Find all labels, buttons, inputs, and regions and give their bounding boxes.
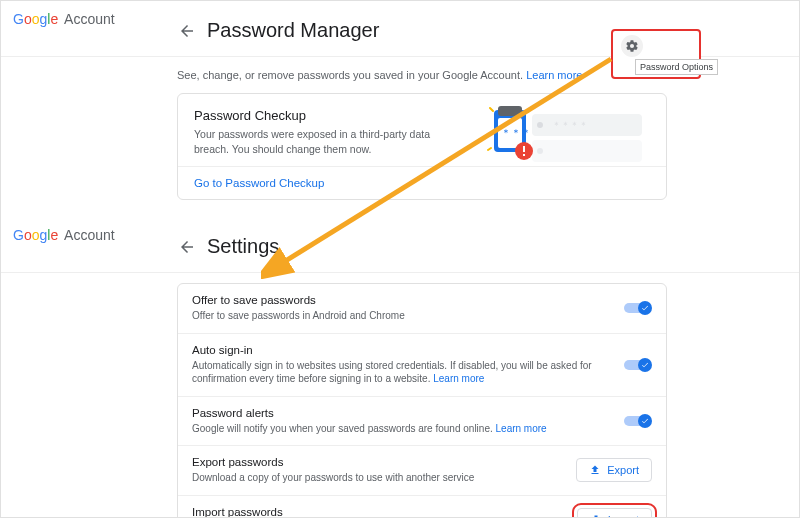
- pm-subtext: See, change, or remove passwords you sav…: [177, 69, 667, 81]
- svg-rect-10: [523, 146, 525, 152]
- upload-icon: [589, 464, 601, 476]
- row-desc: Offer to save passwords in Android and C…: [192, 309, 610, 323]
- row-import: Import passwords To import passwords to …: [178, 495, 666, 519]
- row-offer-save: Offer to save passwords Offer to save pa…: [178, 284, 666, 333]
- svg-point-4: [537, 148, 543, 154]
- toggle-offer-save[interactable]: [622, 301, 652, 315]
- row-title: Auto sign-in: [192, 344, 610, 356]
- back-arrow-icon[interactable]: [177, 237, 197, 257]
- toggle-password-alerts[interactable]: [622, 414, 652, 428]
- export-button[interactable]: Export: [576, 458, 652, 482]
- svg-text:＊＊＊: ＊＊＊: [501, 127, 531, 138]
- go-to-checkup-link[interactable]: Go to Password Checkup: [178, 167, 666, 199]
- row-desc: Automatically sign in to websites using …: [192, 359, 610, 386]
- pm-learn-more-link[interactable]: Learn more: [526, 69, 582, 81]
- settings-title: Settings: [207, 235, 279, 258]
- toggle-auto-signin[interactable]: [622, 358, 652, 372]
- import-button[interactable]: Import: [577, 508, 652, 518]
- back-arrow-icon[interactable]: [177, 21, 197, 41]
- gear-icon[interactable]: [621, 35, 643, 57]
- svg-text:＊＊＊＊: ＊＊＊＊: [552, 120, 588, 130]
- row-export: Export passwords Download a copy of your…: [178, 445, 666, 495]
- checkup-desc: Your passwords were exposed in a third-p…: [194, 127, 454, 156]
- settings-list: Offer to save passwords Offer to save pa…: [177, 283, 667, 518]
- learn-more-link[interactable]: Learn more: [433, 373, 484, 384]
- checkup-illustration-icon: ＊＊＊＊ ＊＊＊: [472, 102, 652, 166]
- pm-subtext-text: See, change, or remove passwords you sav…: [177, 69, 523, 81]
- row-desc-text: Google will notify you when your saved p…: [192, 423, 493, 434]
- svg-rect-6: [498, 106, 522, 116]
- row-title: Offer to save passwords: [192, 294, 610, 306]
- gear-callout: Password Options: [611, 29, 701, 79]
- row-title: Export passwords: [192, 456, 564, 468]
- row-desc-text: Automatically sign in to websites using …: [192, 360, 592, 385]
- gear-tooltip: Password Options: [635, 59, 718, 75]
- row-title: Password alerts: [192, 407, 610, 419]
- svg-rect-3: [532, 140, 642, 162]
- row-desc: Google will notify you when your saved p…: [192, 422, 610, 436]
- import-label: Import: [608, 514, 639, 518]
- learn-more-link[interactable]: Learn more: [496, 423, 547, 434]
- page-title: Password Manager: [207, 19, 379, 42]
- row-title: Import passwords: [192, 506, 565, 518]
- export-label: Export: [607, 464, 639, 476]
- svg-rect-11: [523, 154, 525, 156]
- download-icon: [590, 514, 602, 518]
- row-password-alerts: Password alerts Google will notify you w…: [178, 396, 666, 446]
- password-checkup-card: Password Checkup Your passwords were exp…: [177, 93, 667, 200]
- row-auto-signin: Auto sign-in Automatically sign in to we…: [178, 333, 666, 396]
- row-desc: Download a copy of your passwords to use…: [192, 471, 564, 485]
- svg-point-1: [537, 122, 543, 128]
